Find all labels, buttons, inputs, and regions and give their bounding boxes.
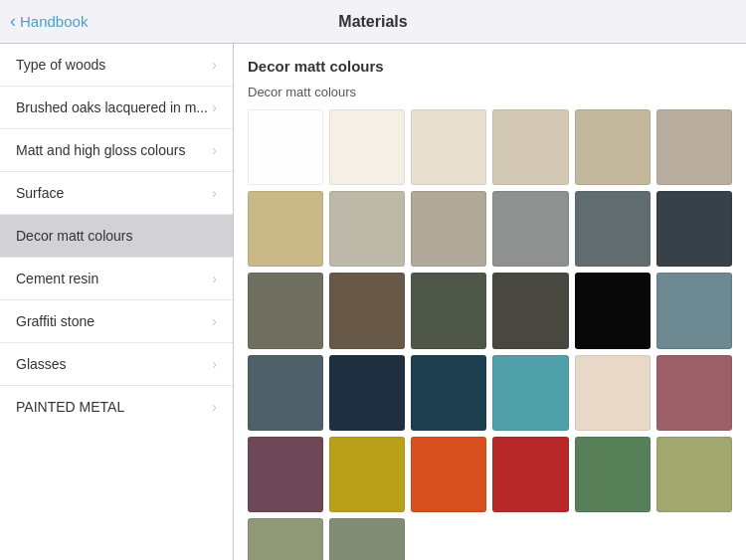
sidebar-item-label: Type of woods (16, 57, 105, 73)
top-bar: ‹ Handbook Materials (0, 0, 746, 44)
color-swatch[interactable] (575, 273, 651, 348)
color-swatch[interactable] (329, 273, 405, 348)
color-swatch[interactable] (492, 109, 568, 185)
sidebar-item-decor-matt[interactable]: Decor matt colours (0, 215, 233, 258)
chevron-right-icon: › (212, 185, 217, 201)
color-swatch[interactable] (656, 355, 732, 431)
chevron-right-icon: › (212, 356, 217, 372)
color-swatch[interactable] (411, 109, 486, 185)
back-button[interactable]: ‹ Handbook (10, 11, 88, 32)
color-swatch[interactable] (656, 191, 732, 267)
color-swatch[interactable] (411, 273, 486, 348)
color-swatch[interactable] (411, 437, 486, 512)
chevron-right-icon: › (212, 142, 217, 158)
sidebar-item-cement-resin[interactable]: Cement resin› (0, 258, 233, 300)
sidebar-item-surface[interactable]: Surface› (0, 172, 233, 215)
sidebar-item-glasses[interactable]: Glasses› (0, 343, 233, 386)
color-swatch[interactable] (329, 109, 405, 185)
sidebar-item-label: Brushed oaks lacquered in m... (16, 99, 208, 115)
color-swatch[interactable] (492, 437, 568, 512)
color-swatch[interactable] (329, 437, 405, 512)
color-swatch[interactable] (248, 437, 323, 512)
page-title: Materials (338, 13, 407, 31)
main-content: Type of woods›Brushed oaks lacquered in … (0, 44, 746, 560)
color-swatch[interactable] (575, 355, 651, 431)
panel-subtitle: Decor matt colours (248, 85, 732, 99)
sidebar-item-matt-high-gloss[interactable]: Matt and high gloss colours› (0, 129, 233, 172)
color-swatch[interactable] (492, 355, 568, 431)
sidebar-item-label: Cement resin (16, 271, 98, 286)
main-panel: Decor matt colours Decor matt colours (234, 44, 746, 560)
color-swatch[interactable] (248, 109, 323, 185)
sidebar-item-graffiti-stone[interactable]: Graffiti stone› (0, 300, 233, 343)
panel-title: Decor matt colours (248, 58, 732, 75)
color-swatch[interactable] (329, 518, 405, 560)
sidebar-item-brushed-oaks[interactable]: Brushed oaks lacquered in m...› (0, 87, 233, 129)
color-swatch[interactable] (248, 273, 323, 348)
sidebar-item-label: Matt and high gloss colours (16, 142, 185, 158)
chevron-right-icon: › (212, 399, 217, 415)
color-swatch[interactable] (248, 191, 323, 267)
color-swatch[interactable] (656, 273, 732, 348)
chevron-right-icon: › (212, 57, 217, 73)
sidebar-item-label: Surface (16, 185, 64, 201)
chevron-right-icon: › (212, 99, 217, 115)
sidebar-item-painted-metal[interactable]: PAINTED METAL› (0, 386, 233, 428)
color-swatch[interactable] (575, 191, 651, 267)
color-swatch[interactable] (248, 518, 323, 560)
chevron-right-icon: › (212, 271, 217, 286)
sidebar-item-label: Graffiti stone (16, 313, 94, 329)
sidebar-item-label: Glasses (16, 356, 67, 372)
color-swatch[interactable] (411, 355, 486, 431)
back-chevron-icon: ‹ (10, 11, 16, 32)
color-swatch[interactable] (575, 109, 651, 185)
sidebar: Type of woods›Brushed oaks lacquered in … (0, 44, 234, 560)
color-swatch[interactable] (411, 191, 486, 267)
color-grid (248, 109, 732, 560)
color-swatch[interactable] (329, 191, 405, 267)
color-swatch[interactable] (656, 109, 732, 185)
color-swatch[interactable] (656, 437, 732, 512)
back-label: Handbook (20, 13, 88, 30)
color-swatch[interactable] (248, 355, 323, 431)
color-swatch[interactable] (575, 437, 651, 512)
sidebar-item-label: Decor matt colours (16, 228, 132, 244)
chevron-right-icon: › (212, 313, 217, 329)
color-swatch[interactable] (492, 191, 568, 267)
sidebar-item-label: PAINTED METAL (16, 399, 124, 415)
color-swatch[interactable] (329, 355, 405, 431)
color-swatch[interactable] (492, 273, 568, 348)
sidebar-item-type-of-woods[interactable]: Type of woods› (0, 44, 233, 87)
